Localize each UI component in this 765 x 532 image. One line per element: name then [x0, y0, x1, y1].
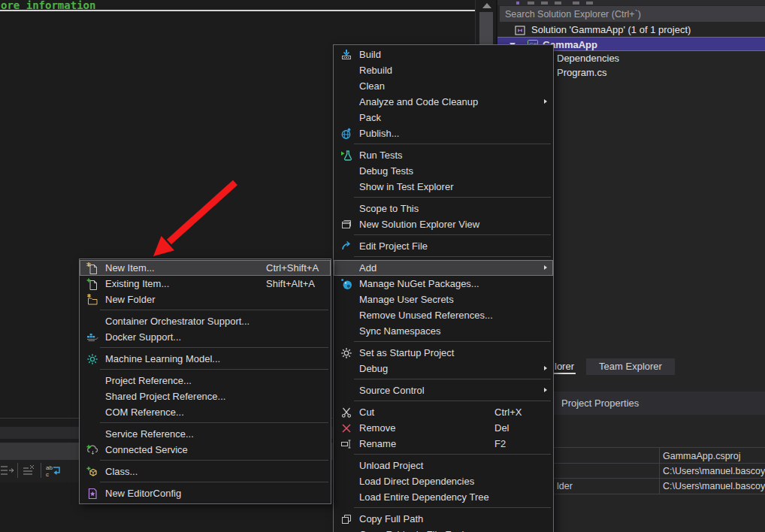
menu-item-service-reference[interactable]: Service Reference... — [80, 426, 331, 442]
menu-item-edit-project-file[interactable]: Edit Project File — [334, 238, 553, 254]
editorconfig-icon — [84, 488, 100, 500]
menu-item-load-direct-dependencies[interactable]: Load Direct Dependencies — [334, 473, 553, 489]
submenu-arrow-icon — [544, 265, 547, 270]
menu-separator — [100, 347, 328, 348]
menu-item-label: Remove Unused References... — [359, 310, 494, 321]
property-value[interactable]: GammaApp.csproj — [663, 449, 765, 464]
add-submenu: New Item...Ctrl+Shift+AExisting Item...S… — [79, 258, 331, 504]
menu-item-project-reference[interactable]: Project Reference... — [80, 373, 331, 388]
property-value[interactable]: C:\Users\manuel.bascoy\l — [663, 464, 765, 479]
tree-row-solution[interactable]: Solution 'GammaApp' (1 of 1 project) — [497, 23, 765, 37]
menu-item-set-as-startup-project[interactable]: Set as Startup Project — [334, 345, 553, 361]
menu-item-manage-nuget-packages[interactable]: Manage NuGet Packages... — [334, 276, 553, 292]
menu-separator — [100, 460, 328, 461]
menu-item-remove[interactable]: RemoveDel — [334, 420, 553, 436]
tab-team-explorer[interactable]: Team Explorer — [586, 358, 675, 375]
scissors-icon — [338, 407, 354, 419]
menu-item-shortcut: Ctrl+X — [494, 407, 522, 418]
menu-item-container-orchestrator-support[interactable]: Container Orchestrator Support... — [80, 313, 331, 329]
no-icon — [338, 65, 354, 77]
no-icon — [338, 181, 354, 193]
no-icon — [338, 325, 354, 337]
menu-item-build[interactable]: Build — [334, 47, 553, 62]
toolbar-icon-fragment — [541, 2, 548, 5]
menu-item-pack[interactable]: Pack — [334, 110, 553, 125]
menu-item-load-entire-dependency-tree[interactable]: Load Entire Dependency Tree — [334, 489, 553, 505]
menu-item-label: Manage User Secrets — [359, 294, 494, 305]
word-wrap-icon[interactable]: abc — [45, 464, 65, 477]
menu-item-label: Cut — [359, 407, 494, 418]
menu-item-clean[interactable]: Clean — [334, 78, 553, 94]
grid-column-divider — [659, 447, 660, 494]
menu-item-sync-namespaces[interactable]: Sync Namespaces — [334, 323, 553, 339]
menu-item-cut[interactable]: CutCtrl+X — [334, 404, 553, 420]
menu-item-unload-project[interactable]: Unload Project — [334, 458, 553, 473]
menu-item-label: New Solution Explorer View — [359, 219, 494, 230]
menu-item-label: Machine Learning Model... — [105, 353, 266, 364]
menu-item-label: Run Tests — [359, 150, 494, 161]
submenu-arrow-icon — [544, 388, 547, 392]
menu-item-copy-full-path[interactable]: Copy Full Path — [334, 511, 553, 527]
svg-text:ab: ab — [46, 464, 53, 471]
no-icon — [338, 294, 354, 306]
toolbar-icon-fragment — [555, 2, 561, 5]
menu-item-shared-project-reference[interactable]: Shared Project Reference... — [80, 388, 331, 404]
menu-item-label: Debug Tests — [359, 165, 494, 177]
menu-item-scope-to-this[interactable]: Scope to This — [334, 201, 553, 216]
tab-solution-explorer-partial[interactable]: lorer — [553, 359, 576, 374]
menu-item-label: Show in Test Explorer — [359, 181, 494, 192]
menu-item-run-tests[interactable]: Run Tests — [334, 147, 553, 163]
menu-item-class[interactable]: Class... — [80, 464, 331, 479]
property-label: lder — [557, 479, 573, 494]
menu-item-debug[interactable]: Debug — [334, 361, 553, 376]
menu-item-publish[interactable]: Publish... — [334, 125, 553, 141]
no-icon — [84, 407, 100, 419]
no-icon — [338, 491, 354, 503]
menu-item-label: Analyze and Code Cleanup — [359, 96, 494, 107]
folder-open-icon — [338, 529, 354, 532]
no-icon — [84, 316, 100, 328]
menu-item-debug-tests[interactable]: Debug Tests — [334, 163, 553, 179]
menu-item-shortcut: Shift+Alt+A — [266, 278, 315, 289]
list-icon[interactable] — [21, 464, 38, 477]
menu-item-label: Set as Startup Project — [359, 347, 494, 358]
indent-icon[interactable] — [0, 464, 15, 477]
menu-item-com-reference[interactable]: COM Reference... — [80, 404, 331, 420]
scrollbar-up-arrow-icon[interactable] — [482, 3, 491, 8]
toolbar-divider — [41, 463, 41, 478]
menu-item-source-control[interactable]: Source Control — [334, 382, 553, 398]
menu-item-new-solution-explorer-view[interactable]: New Solution Explorer View — [334, 216, 553, 232]
menu-item-new-folder[interactable]: New Folder — [80, 292, 331, 307]
no-icon — [338, 460, 354, 472]
menu-separator — [354, 454, 551, 455]
search-solution-explorer-input[interactable] — [500, 6, 765, 22]
menu-item-rename[interactable]: RenameF2 — [334, 436, 553, 452]
menu-item-manage-user-secrets[interactable]: Manage User Secrets — [334, 292, 553, 307]
menu-item-existing-item[interactable]: Existing Item...Shift+Alt+A — [80, 276, 331, 292]
menu-item-analyze-and-code-cleanup[interactable]: Analyze and Code Cleanup — [334, 94, 553, 110]
menu-item-remove-unused-references[interactable]: Remove Unused References... — [334, 307, 553, 323]
menu-item-add[interactable]: Add — [334, 260, 553, 276]
menu-item-show-in-test-explorer[interactable]: Show in Test Explorer — [334, 179, 553, 195]
menu-separator — [100, 369, 328, 370]
menu-item-label: Shared Project Reference... — [105, 391, 266, 402]
gear-icon — [338, 347, 354, 359]
no-icon — [338, 112, 354, 124]
no-icon — [338, 165, 354, 177]
menu-item-new-item[interactable]: New Item...Ctrl+Shift+A — [80, 260, 331, 276]
menu-item-rebuild[interactable]: Rebuild — [334, 62, 553, 78]
menu-item-docker-support[interactable]: Docker Support... — [80, 329, 331, 345]
no-icon — [338, 363, 354, 375]
menu-item-label: New Folder — [105, 294, 266, 305]
menu-item-machine-learning-model[interactable]: Machine Learning Model... — [80, 351, 331, 367]
menu-item-open-folder-in-file-explorer[interactable]: Open Folder in File Explorer — [334, 527, 553, 532]
property-value[interactable]: C:\Users\manuel.bascoy\l — [663, 479, 765, 494]
menu-item-connected-service[interactable]: Connected Service — [80, 442, 331, 458]
menu-item-label: Connected Service — [105, 444, 266, 455]
rename-icon — [338, 438, 354, 450]
remove-icon — [338, 422, 354, 434]
menu-item-label: Build — [359, 49, 494, 60]
menu-item-new-editorconfig[interactable]: New EditorConfig — [80, 485, 331, 501]
publish-icon — [338, 128, 354, 140]
nuget-icon — [338, 278, 354, 290]
